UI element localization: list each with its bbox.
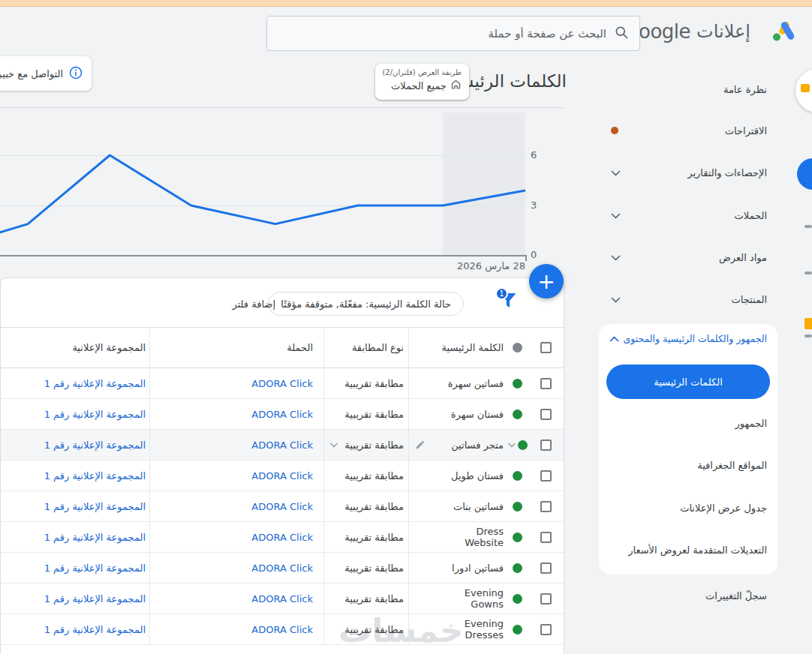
sidebar-item-recommendations[interactable]: الاقتراحات (600, 122, 777, 139)
table-row[interactable]: فساتين بنات مطابقة تقريبية ADORA Click ا… (1, 491, 564, 522)
sidebar-item-audience[interactable]: الجمهور (599, 416, 777, 430)
edit-keyword-icon[interactable] (415, 440, 426, 450)
campaign-link[interactable]: ADORA Click (251, 378, 313, 389)
ad-group-link[interactable]: المجموعة الإعلانية رقم 1 (44, 378, 146, 389)
table-row[interactable]: Evening Dresses مطابقة تقريبية ADORA Cli… (1, 614, 564, 645)
ad-group-link[interactable]: المجموعة الإعلانية رقم 1 (44, 593, 146, 604)
header-keyword[interactable]: الكلمة الرئيسية (442, 342, 504, 353)
match-type-text: مطابقة تقريبية (344, 593, 404, 604)
keyword-text: فساتين سهرة (448, 378, 504, 389)
keyword-status-filter-chip[interactable]: حالة الكلمة الرئيسية: مفعّلة, متوقفة مؤق… (268, 292, 464, 316)
header-ad-group[interactable]: المجموعة الإعلانية (72, 342, 146, 353)
y-tick-0: 0 (531, 249, 561, 260)
edge-partial-yellow-icon (801, 84, 810, 92)
campaign-link[interactable]: ADORA Click (251, 409, 313, 420)
sidebar-item-insights-reports[interactable]: الإحصاءات والتقارير (600, 164, 777, 181)
sidebar-item-label: مواد العرض (719, 252, 767, 263)
table-row[interactable]: فساتين سهرة مطابقة تقريبية ADORA Click ا… (1, 368, 564, 399)
sidebar-item-change-history[interactable]: سجلّ التغييرات (600, 590, 777, 602)
status-enabled-dot (513, 471, 522, 481)
match-type-text: مطابقة تقريبية (344, 624, 404, 635)
header-match-type[interactable]: نوع المطابقة (352, 342, 404, 353)
expert-contact-tooltip[interactable]: التواصل مع خبير م (0, 56, 92, 91)
campaign-link[interactable]: ADORA Click (251, 624, 313, 635)
keyword-text: فساتين ادورا (452, 562, 504, 574)
ad-group-link[interactable]: المجموعة الإعلانية رقم 1 (44, 562, 146, 574)
match-type-text: مطابقة تقريبية (344, 440, 404, 451)
edge-partial-item (804, 318, 812, 329)
sidebar-item-advanced-bid-adjustments[interactable]: التعديلات المتقدمة لعروض الأسعار (599, 542, 777, 557)
status-column-dot (513, 343, 522, 352)
sidebar-item-ad-schedule[interactable]: جدول عرض الإعلانات (599, 500, 777, 515)
chevron-down-icon (611, 294, 621, 305)
edge-partial-circle-button[interactable] (795, 69, 812, 112)
row-checkbox[interactable] (540, 562, 552, 574)
keywords-table: الكلمة الرئيسية نوع المطابقة الحملة المج… (1, 327, 564, 645)
chevron-down-icon (611, 167, 621, 178)
sidebar-item-campaigns[interactable]: الحملات (600, 207, 777, 224)
edge-partial-item (804, 225, 812, 228)
header-campaign[interactable]: الحملة (287, 342, 313, 353)
campaign-link[interactable]: ADORA Click (251, 562, 313, 574)
info-icon (69, 66, 83, 82)
ad-group-link[interactable]: المجموعة الإعلانية رقم 1 (44, 409, 146, 420)
ad-group-link[interactable]: المجموعة الإعلانية رقم 1 (44, 532, 146, 543)
status-enabled-dot (513, 379, 522, 388)
add-filter-button[interactable]: إضافة فلتر (232, 298, 275, 310)
row-checkbox[interactable] (540, 470, 552, 482)
filter-button[interactable]: 1 (496, 292, 517, 314)
campaign-link[interactable]: ADORA Click (251, 593, 313, 604)
campaign-link[interactable]: ADORA Click (251, 501, 313, 512)
campaign-link[interactable]: ADORA Click (251, 470, 313, 482)
row-checkbox[interactable] (540, 593, 552, 604)
google-ads-brand: إعلانات Google (645, 18, 795, 45)
sidebar-item-locations[interactable]: المواقع الجغرافية (599, 458, 777, 472)
row-checkbox[interactable] (540, 440, 552, 451)
table-row[interactable]: Dress Website مطابقة تقريبية ADORA Click… (1, 522, 564, 553)
keyword-text: فستان طويل (451, 470, 504, 482)
match-type-chevron-icon[interactable] (330, 442, 338, 448)
status-enabled-dot (518, 440, 528, 450)
sidebar-item-keywords-active[interactable]: الكلمات الرئيسية (606, 364, 770, 399)
row-checkbox[interactable] (540, 532, 552, 543)
row-checkbox[interactable] (540, 409, 552, 420)
sidebar-item-products[interactable]: المنتجات (600, 291, 777, 308)
ad-group-link[interactable]: المجموعة الإعلانية رقم 1 (44, 501, 146, 512)
add-keyword-fab[interactable]: + (529, 264, 564, 298)
x-axis-tick (525, 255, 527, 261)
recommendations-alert-dot (611, 127, 618, 134)
ad-group-link[interactable]: المجموعة الإعلانية رقم 1 (44, 624, 146, 635)
global-search[interactable] (266, 16, 640, 51)
section-audience-keywords-content[interactable]: الجمهور والكلمات الرئيسية والمحتوى (599, 333, 777, 344)
table-row[interactable]: فساتين ادورا مطابقة تقريبية ADORA Click … (1, 553, 564, 584)
match-type-text: مطابقة تقريبية (344, 501, 404, 512)
table-row[interactable]: متجر فساتين مطابقة تقريبية ADORA Click ا… (1, 430, 564, 460)
x-axis-line (0, 255, 526, 256)
search-input[interactable] (278, 27, 606, 40)
scope-label: جميع الحملات (391, 80, 447, 92)
match-type-text: مطابقة تقريبية (344, 378, 404, 389)
y-tick-3: 3 (531, 200, 561, 211)
select-all-checkbox[interactable] (540, 342, 552, 353)
y-tick-6: 6 (531, 149, 561, 160)
status-chevron-icon[interactable] (508, 442, 516, 448)
status-enabled-dot (513, 563, 522, 573)
ad-group-link[interactable]: المجموعة الإعلانية رقم 1 (44, 440, 146, 451)
chevron-up-icon (609, 333, 619, 344)
sidebar-item-assets[interactable]: مواد العرض (600, 249, 777, 266)
ad-group-link[interactable]: المجموعة الإعلانية رقم 1 (44, 470, 146, 482)
view-mode-selector[interactable]: طريقة العرض (فلتران/2) جميع الحملات (375, 64, 469, 100)
table-row[interactable]: فستان طويل مطابقة تقريبية ADORA Click ال… (1, 460, 564, 491)
campaign-link[interactable]: ADORA Click (251, 532, 313, 543)
table-row[interactable]: فستان سهرة مطابقة تقريبية ADORA Click ال… (1, 399, 564, 430)
table-row[interactable]: Evening Gowns مطابقة تقريبية ADORA Click… (1, 584, 564, 614)
row-checkbox[interactable] (540, 501, 552, 512)
row-checkbox[interactable] (540, 624, 552, 635)
edge-partial-blue-button[interactable] (797, 158, 812, 190)
keyword-text: Evening Dresses (435, 618, 504, 640)
search-icon (614, 25, 629, 42)
campaign-link[interactable]: ADORA Click (251, 440, 313, 451)
brand-ads-text: إعلانات (696, 21, 750, 42)
row-checkbox[interactable] (540, 378, 552, 389)
sidebar-item-overview[interactable]: نظرة عامة (600, 81, 777, 98)
